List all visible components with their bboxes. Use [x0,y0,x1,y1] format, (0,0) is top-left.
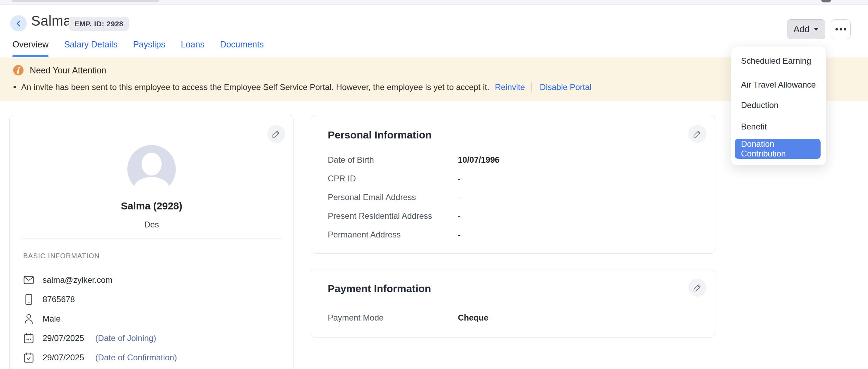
row-value: - [458,230,461,240]
row-permanent-address: Permanent Address - [328,225,715,244]
gender-value: Male [43,314,61,324]
row-value: Cheque [458,313,488,323]
tab-overview[interactable]: Overview [12,39,48,57]
email-icon [23,276,34,284]
row-value: - [458,211,461,221]
top-bar-artifact [11,0,159,2]
list-item-date-of-joining: 29/07/2025 (Date of Joining) [23,328,283,348]
date-of-confirmation-value: 29/07/2025 [43,353,84,362]
bullet: • [13,82,16,92]
top-app-strip [0,0,868,5]
list-item-phone: 8765678 [23,290,283,309]
menu-item-donation-contribution[interactable]: Donation Contribution [735,139,821,159]
pencil-icon [693,129,702,138]
list-item-date-of-confirmation: 29/07/2025 (Date of Confirmation) [23,348,283,367]
date-of-confirmation-note: (Date of Confirmation) [95,353,177,362]
list-item-email: salma@zylker.com [23,270,283,290]
basic-information-label: BASIC INFORMATION [23,252,100,260]
menu-item-benefit[interactable]: Benefit [731,116,826,137]
row-label: Personal Email Address [328,192,458,202]
personal-information-card: Personal Information Date of Birth 10/07… [311,115,715,254]
personal-information-rows: Date of Birth 10/07/1996 CPR ID - Person… [311,141,715,244]
calendar-icon [23,333,34,343]
date-of-joining-note: (Date of Joining) [95,333,156,343]
row-date-of-birth: Date of Birth 10/07/1996 [328,151,715,169]
edit-profile-button[interactable] [267,125,285,143]
back-button[interactable] [10,15,27,32]
date-of-joining-value: 29/07/2025 [43,333,84,343]
row-cpr-id: CPR ID - [328,169,715,188]
caret-down-icon [814,28,819,31]
row-label: Date of Birth [328,155,458,165]
phone-icon [23,294,34,305]
payment-information-title: Payment Information [311,269,715,295]
ellipsis-icon [844,28,846,30]
avatar [127,145,176,194]
email-value: salma@zylker.com [43,275,112,285]
employee-designation: Des [10,220,293,230]
pencil-icon [272,129,281,138]
edit-personal-info-button[interactable] [688,125,706,143]
tab-bar: Overview Salary Details Payslips Loans D… [12,39,264,57]
edit-payment-info-button[interactable] [688,279,706,297]
employee-id-badge: EMP. ID: 2928 [69,17,129,31]
row-personal-email: Personal Email Address - [328,188,715,207]
payment-information-card: Payment Information Payment Mode Cheque [311,269,715,338]
add-button[interactable]: Add [787,19,825,39]
basic-information-list: salma@zylker.com 8765678 Male 29/07/2025… [23,270,283,367]
info-warning-icon [13,65,24,75]
ellipsis-icon [840,28,842,30]
ellipsis-icon [835,28,838,30]
tab-documents[interactable]: Documents [220,39,264,57]
partial-avatar [821,0,831,2]
list-item-gender: Male [23,309,283,328]
more-options-button[interactable] [831,19,851,39]
row-value: - [458,174,461,183]
tab-loans[interactable]: Loans [181,39,205,57]
add-button-label: Add [794,24,810,35]
row-label: Payment Mode [328,313,458,323]
row-present-address: Present Residential Address - [328,207,715,225]
person-icon [23,314,34,324]
link-divider [531,82,532,92]
calendar-check-icon [23,352,34,363]
employee-name: Salma (2928) [10,200,293,212]
row-label: CPR ID [328,174,458,183]
page-title: Salma [31,13,71,29]
banner-title: Need Your Attention [30,65,106,75]
tab-payslips[interactable]: Payslips [133,39,165,57]
header-actions: Add [787,19,851,39]
personal-information-title: Personal Information [311,115,715,141]
menu-item-deduction[interactable]: Deduction [731,94,826,116]
divider [21,238,282,239]
menu-item-air-travel-allowance[interactable]: Air Travel Allowance [731,75,826,94]
menu-divider [731,73,826,73]
chevron-left-icon [15,20,22,27]
add-dropdown-menu: Scheduled Earning Air Travel Allowance D… [731,46,826,165]
disable-portal-link[interactable]: Disable Portal [540,82,591,92]
row-label: Present Residential Address [328,211,458,221]
menu-item-scheduled-earning[interactable]: Scheduled Earning [731,51,826,71]
tab-salary-details[interactable]: Salary Details [64,39,117,57]
profile-card: Salma (2928) Des BASIC INFORMATION salma… [9,115,294,369]
phone-value: 8765678 [43,295,75,304]
row-payment-mode: Payment Mode Cheque [328,308,715,327]
pencil-icon [693,283,702,292]
payment-information-rows: Payment Mode Cheque [311,295,715,327]
row-value: 10/07/1996 [458,155,499,165]
row-label: Permanent Address [328,230,458,240]
banner-message: An invite has been sent to this employee… [21,82,489,92]
reinvite-link[interactable]: Reinvite [495,82,525,92]
row-value: - [458,192,461,202]
